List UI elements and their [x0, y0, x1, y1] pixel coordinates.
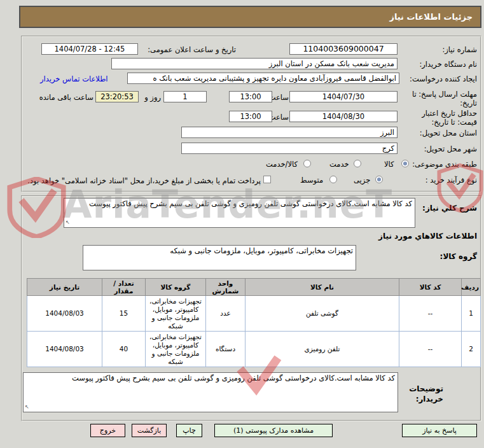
need-number-label: شماره نیاز: — [442, 45, 477, 54]
cell-unit: دستگاه — [206, 332, 245, 367]
buyer-org-field[interactable]: مدیریت شعب بانک مسکن در استان البرز — [111, 58, 398, 69]
price-validity-date-field[interactable]: 1404/08/30 — [289, 111, 398, 122]
countdown-days-label: روز و — [144, 93, 161, 102]
treasury-checkbox-label: پرداخت تمام یا بخشی از مبلغ خرید،از محل … — [38, 176, 261, 185]
classification-label: طبقه بندی موضوعی: — [412, 160, 477, 169]
col-goods-group: گروه کالا — [146, 279, 206, 296]
request-creator-label: ایجاد کننده درخواست: — [410, 74, 477, 83]
cell-need-date: 1404/08/03 — [27, 296, 102, 332]
announce-datetime-label: تاریخ و ساعت اعلان عمومی: — [148, 45, 236, 54]
cell-goods-name: تلفن رومیزی — [245, 332, 399, 367]
table-row: 1 -- گوشی تلفن عدد تجهیزات مخابراتی، کام… — [27, 296, 481, 332]
process-type-radio-minor[interactable] — [375, 176, 383, 183]
city-field[interactable]: کرج — [181, 143, 398, 154]
tender-detail-page: جزئیات اطلاعات نیاز شماره نیاز: 11040036… — [0, 0, 484, 448]
price-validity-label-line2: قیمت: تا تاریخ: — [431, 118, 477, 127]
cell-unit: عدد — [206, 296, 245, 332]
back-button[interactable]: بازگشت — [132, 424, 167, 437]
cell-need-date: 1404/08/03 — [27, 332, 102, 367]
exit-button[interactable]: خروج — [90, 424, 125, 437]
countdown-time-field: 23:20:53 — [95, 91, 139, 102]
cell-goods-name: گوشی تلفن — [245, 296, 399, 332]
buyer-contact-link[interactable]: اطلاعات تماس خریدار — [40, 74, 108, 83]
classification-option-goods[interactable]: کالا — [384, 160, 394, 169]
col-row-number: ردیف — [462, 279, 481, 296]
province-field[interactable]: البرز — [181, 127, 398, 138]
cell-goods-group: تجهیزات مخابراتی، کامپیوتر، موبایل، ملزو… — [146, 296, 206, 332]
general-desc-label: شرح کلي نیاز: — [422, 204, 477, 213]
col-quantity: تعداد / مقدار — [102, 279, 146, 296]
price-validity-label: حداقل تاریخ اعتبار قیمت: تا تاریخ: — [422, 109, 477, 127]
province-label: استان محل تحویل: — [420, 129, 477, 137]
city-label: شهر محل تحویل: — [424, 144, 477, 153]
cell-row-number: 1 — [462, 296, 481, 332]
process-type-label: نوع فرآیند خرید : — [425, 176, 477, 185]
cell-quantity: 40 — [102, 332, 146, 367]
classification-radio-service[interactable] — [354, 160, 361, 167]
col-goods-name: نام کالا — [245, 279, 399, 296]
price-validity-time-field[interactable]: 13:00 — [229, 111, 272, 122]
reply-deadline-time-field[interactable]: 13:00 — [229, 91, 272, 102]
goods-group-textarea[interactable]: تجهیزات مخابراتی، کامپیوتر، موبایل، ملزو… — [83, 245, 356, 270]
goods-section-title: اطلاعات کالاهاي مورد نیاز — [378, 232, 477, 241]
classification-option-service[interactable]: خدمت — [329, 160, 349, 169]
countdown-days-field: 1 — [163, 91, 207, 102]
reply-deadline-label-line2: تاریخ: — [460, 99, 477, 108]
goods-group-label: گروه کالا: — [440, 252, 477, 261]
request-creator-field[interactable]: ابوالفضل قاسمی فیروزآبادی معاون دایره تج… — [127, 73, 399, 84]
respond-button[interactable]: پاسخ به نیاز — [402, 424, 477, 437]
classification-radio-goods-service[interactable] — [303, 160, 311, 167]
cell-goods-group: تجهیزات مخابراتی، کامپیوتر، موبایل، ملزو… — [146, 332, 206, 367]
need-number-field[interactable]: 1104003609000047 — [289, 43, 398, 55]
reply-deadline-label: مهلت ارسال پاسخ: تا تاریخ: — [412, 90, 477, 108]
announce-datetime-field[interactable]: 1404/07/28 - 12:45 — [41, 43, 138, 55]
cell-goods-code: -- — [399, 332, 462, 367]
col-goods-code: کد کالا — [399, 279, 462, 296]
cell-goods-code: -- — [399, 296, 462, 332]
reply-deadline-label-line1: مهلت ارسال پاسخ: تا — [412, 90, 477, 99]
goods-table: ردیف کد کالا نام کالا واحد شمارش گروه کا… — [27, 278, 481, 367]
process-type-radio-medium[interactable] — [329, 176, 337, 183]
col-need-date: تاریخ نیاز — [27, 279, 102, 296]
classification-radio-goods[interactable] — [401, 160, 409, 167]
page-title: جزئیات اطلاعات نیاز — [19, 6, 481, 28]
buyer-org-label: نام دستگاه خریدار: — [419, 60, 477, 69]
view-attachments-button[interactable]: مشاهده مدارک پیوستی (1) — [214, 424, 333, 437]
general-desc-textarea[interactable]: کد کالا مشابه است.کالای درخواستی گوشی تل… — [64, 198, 415, 228]
process-type-option-medium[interactable]: متوسط — [300, 176, 323, 185]
classification-option-goods-service[interactable]: کالا/خدمت — [266, 160, 298, 169]
buyer-notes-textarea[interactable]: کد کالا مشابه است.کالای درخواستی گوشی تل… — [23, 372, 398, 412]
goods-table-header-row: ردیف کد کالا نام کالا واحد شمارش گروه کا… — [27, 279, 481, 296]
treasury-checkbox[interactable] — [263, 176, 271, 183]
process-type-option-minor[interactable]: جزیی — [354, 176, 370, 185]
reply-deadline-date-field[interactable]: 1404/07/30 — [289, 91, 398, 102]
buyer-notes-label-line2: خریدار: — [416, 395, 443, 403]
buyer-notes-label: توضیحات خریدار: — [409, 384, 443, 404]
buyer-notes-label-line1: توضیحات — [409, 384, 443, 393]
col-unit: واحد شمارش — [206, 279, 245, 296]
cell-row-number: 2 — [462, 332, 481, 367]
print-button[interactable]: چاپ — [176, 424, 202, 437]
price-validity-label-line1: حداقل تاریخ اعتبار — [422, 109, 477, 118]
countdown-suffix-label: ساعت باقی مانده — [39, 93, 93, 102]
table-row: 2 -- تلفن رومیزی دستگاه تجهیزات مخابراتی… — [27, 332, 481, 367]
cell-quantity: 15 — [102, 296, 146, 332]
